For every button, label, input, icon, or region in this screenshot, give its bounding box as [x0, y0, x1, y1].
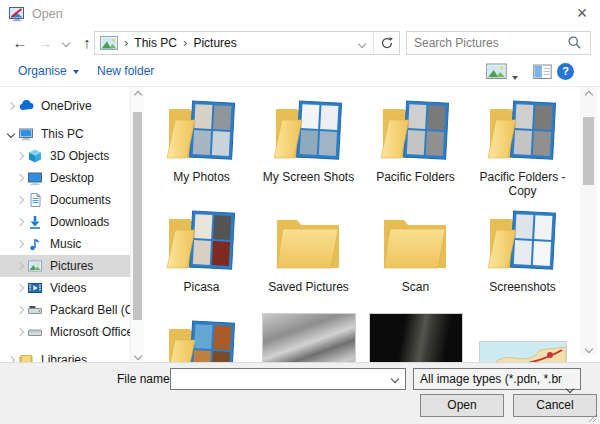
folder-photos-icon — [148, 312, 255, 362]
folder-photos-icon — [255, 92, 362, 168]
view-dropdown-icon[interactable] — [512, 70, 518, 84]
help-button[interactable]: ? — [557, 63, 574, 80]
scroll-down-icon[interactable] — [580, 341, 597, 355]
scrollbar-thumb[interactable] — [133, 112, 142, 320]
breadcrumb-separator: › — [118, 32, 134, 54]
back-icon[interactable]: ← — [8, 30, 32, 56]
pictures-location-icon — [100, 36, 118, 50]
address-dropdown-icon[interactable] — [353, 32, 373, 54]
breadcrumb-pictures[interactable]: Pictures — [193, 36, 236, 50]
file-item-image-dark-11[interactable] — [362, 312, 469, 362]
sidebar-item-3d-objects[interactable]: 3D Objects — [0, 145, 130, 167]
download-icon — [27, 214, 43, 230]
computer-icon — [18, 126, 34, 142]
scroll-down-icon[interactable] — [131, 348, 144, 362]
sidebar-item-music[interactable]: Music — [0, 233, 130, 255]
file-item-folder-photos-9[interactable] — [148, 312, 255, 362]
sidebar-item-documents[interactable]: Documents — [0, 189, 130, 211]
expand-icon[interactable] — [6, 100, 18, 112]
file-name-input[interactable] — [171, 369, 387, 389]
sidebar-item-packard-bell-c[interactable]: Packard Bell (C:) — [0, 299, 130, 321]
recent-locations-icon[interactable] — [59, 30, 75, 56]
expand-icon[interactable] — [15, 216, 27, 228]
resize-grip[interactable] — [588, 412, 597, 421]
sidebar-item-label: Documents — [50, 193, 111, 207]
close-icon[interactable]: × — [566, 1, 598, 28]
files-scrollbar[interactable] — [580, 87, 597, 355]
refresh-icon[interactable] — [373, 32, 399, 54]
picture-icon — [27, 258, 43, 274]
video-icon — [27, 280, 43, 296]
chevron-down-icon — [73, 70, 79, 74]
expand-icon[interactable] — [15, 326, 27, 338]
file-item-scan[interactable]: Scan — [362, 202, 469, 312]
file-name-combobox[interactable] — [170, 368, 406, 390]
sidebar-item-label: OneDrive — [41, 99, 92, 113]
image-dark-thumbnail — [362, 312, 469, 362]
file-item-label: Pacific Folders - Copy — [473, 170, 573, 198]
sidebar-scrollbar[interactable] — [130, 87, 144, 362]
file-type-value: All image types (*.pdn, *.bmp, * — [414, 372, 562, 386]
expand-icon[interactable] — [15, 172, 27, 184]
scroll-up-icon[interactable] — [131, 87, 144, 101]
breadcrumb-this-pc[interactable]: This PC — [134, 36, 177, 50]
search-input[interactable] — [407, 36, 567, 50]
new-folder-button[interactable]: New folder — [97, 57, 154, 86]
cloud-icon — [18, 98, 34, 114]
file-item-pacific-folders-copy[interactable]: Pacific Folders - Copy — [469, 92, 576, 202]
breadcrumb[interactable]: › This PC › Pictures — [94, 31, 400, 55]
file-item-my-screen-shots[interactable]: My Screen Shots — [255, 92, 362, 202]
expand-icon[interactable] — [15, 282, 27, 294]
scroll-up-icon[interactable] — [580, 87, 597, 101]
file-item-pacific-folders[interactable]: Pacific Folders — [362, 92, 469, 202]
sidebar-item-videos[interactable]: Videos — [0, 277, 130, 299]
file-item-image-map-12[interactable] — [469, 312, 576, 362]
sidebar-item-this-pc[interactable]: This PC — [0, 123, 130, 145]
drive2-icon — [27, 324, 43, 340]
expand-icon[interactable] — [15, 150, 27, 162]
file-item-my-photos[interactable]: My Photos — [148, 92, 255, 202]
sidebar-item-microsoft-office[interactable]: Microsoft Office — [0, 321, 130, 343]
chevron-down-icon[interactable] — [387, 369, 405, 389]
search-icon[interactable] — [567, 35, 583, 51]
sidebar-item-pictures[interactable]: Pictures — [0, 255, 130, 277]
scrollbar-thumb[interactable] — [583, 117, 594, 185]
file-item-image-bw-10[interactable] — [255, 312, 362, 362]
navigation-pane: OneDriveThis PC3D ObjectsDesktopDocument… — [0, 87, 130, 362]
file-item-label: Picasa — [183, 280, 219, 294]
sidebar-item-onedrive[interactable]: OneDrive — [0, 95, 130, 117]
sidebar-item-label: Music — [50, 237, 81, 251]
organise-button[interactable]: Organise — [18, 57, 79, 86]
folder-photos-icon — [148, 202, 255, 278]
file-item-screenshots[interactable]: Screenshots — [469, 202, 576, 312]
sidebar-item-label: Microsoft Office — [50, 325, 130, 339]
drive-icon — [27, 302, 43, 318]
expand-icon[interactable] — [15, 238, 27, 250]
search-box[interactable] — [406, 31, 591, 55]
sidebar-item-desktop[interactable]: Desktop — [0, 167, 130, 189]
dialog-body: OneDriveThis PC3D ObjectsDesktopDocument… — [0, 87, 600, 362]
collapse-icon[interactable] — [6, 128, 18, 140]
preview-pane-icon[interactable] — [533, 64, 552, 80]
folder-photos-icon — [469, 202, 576, 278]
sidebar-item-label: Pictures — [50, 259, 93, 273]
file-item-picasa[interactable]: Picasa — [148, 202, 255, 312]
folder-photos-icon — [469, 92, 576, 168]
open-dialog: Open × ← → ↑ › This PC › Pictures Organi… — [0, 0, 600, 424]
thumbnails-view-icon[interactable] — [486, 63, 507, 80]
expand-icon[interactable] — [15, 194, 27, 206]
sidebar-item-label: Downloads — [50, 215, 109, 229]
forward-icon: → — [33, 30, 57, 56]
sidebar-item-libraries[interactable]: Libraries — [0, 349, 130, 362]
expand-icon[interactable] — [15, 260, 27, 272]
cancel-button[interactable]: Cancel — [513, 394, 597, 417]
expand-icon[interactable] — [15, 304, 27, 316]
file-type-dropdown[interactable]: All image types (*.pdn, *.bmp, * — [413, 368, 581, 390]
sidebar-item-downloads[interactable]: Downloads — [0, 211, 130, 233]
file-item-saved-pictures[interactable]: Saved Pictures — [255, 202, 362, 312]
open-button[interactable]: Open — [420, 394, 504, 417]
cube-icon — [27, 148, 43, 164]
expand-icon[interactable] — [6, 354, 18, 362]
file-item-label: Saved Pictures — [268, 280, 349, 294]
image-bw-thumbnail — [255, 312, 362, 362]
